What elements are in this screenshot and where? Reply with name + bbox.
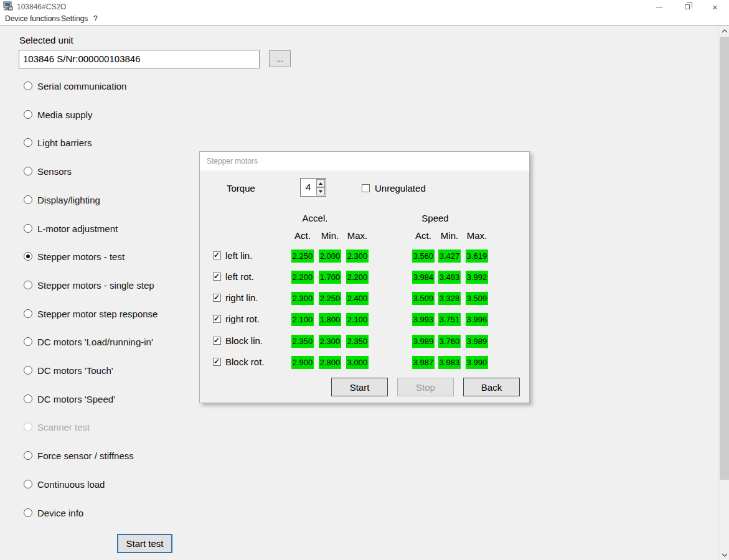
menu-device-functions[interactable]: Device functions [5,14,60,23]
minimize-button[interactable] [645,0,673,14]
test-option-l-motor-adjustment[interactable]: L-motor adjustment [24,220,118,237]
row-checkbox-left-lin[interactable] [213,251,221,259]
radio-icon[interactable] [24,82,32,90]
motor-row-right-lin: right lin.2.3002.2502.4003.5093.3283.509 [200,292,529,305]
chevron-up-icon [722,29,728,33]
test-option-media-supply[interactable]: Media supply [24,106,92,123]
menu-help[interactable]: ? [93,14,98,23]
row-label: Block lin. [225,335,263,346]
test-option-sensors[interactable]: Sensors [24,162,72,180]
value-cell-left-rot-accel-min: 1.700 [319,271,341,284]
spinner-up-button[interactable] [316,179,325,187]
value-cell-block-lin-accel-act: 2.350 [291,335,314,348]
test-option-dc-motors-load-running-in[interactable]: DC motors 'Load/running-in' [24,333,153,350]
test-option-label: DC motors 'Speed' [37,394,115,404]
motor-row-left-rot: left rot.2.2001.7002.2003.9843.4933.992 [200,271,529,284]
start-test-button[interactable]: Start test [117,534,172,553]
value-cell-block-rot-speed-min: 3.983 [438,356,461,369]
accel-group-header: Accel. [303,213,328,223]
row-checkbox-right-rot[interactable] [213,315,221,323]
test-option-device-info[interactable]: Device info [24,504,83,521]
radio-icon[interactable] [24,451,32,460]
radio-icon[interactable] [24,110,32,119]
torque-spinner[interactable]: 4 [300,178,326,197]
test-option-stepper-motor-step-response[interactable]: Stepper motor step response [24,305,158,322]
motor-row-block-lin: Block lin.2.3502.3002.3503.9893.7603.989 [200,335,529,348]
test-option-serial-communication[interactable]: Serial communication [24,77,126,95]
menu-settings[interactable]: Settings [61,14,88,23]
row-label: right rot. [225,314,260,324]
value-cell-left-rot-speed-act: 3.984 [412,271,435,284]
radio-icon[interactable] [24,366,32,375]
subheader-act-accel: Act. [294,230,311,241]
window-title: 103846#CS2O [17,2,66,11]
row-checkbox-left-rot[interactable] [213,273,221,281]
row-checkbox-right-lin[interactable] [213,294,221,302]
value-cell-right-rot-speed-max: 3.996 [466,313,488,326]
radio-icon[interactable] [24,252,32,261]
scroll-up-button[interactable] [719,26,729,36]
value-cell-left-lin-speed-max: 3.619 [466,250,488,263]
dialog-title-bar[interactable]: Stepper motors [200,152,529,170]
unregulated-checkbox[interactable] [362,184,370,192]
radio-icon[interactable] [24,195,32,204]
value-cell-left-rot-speed-max: 3.992 [466,271,488,284]
unit-field[interactable]: 103846 S/Nr:000000103846 [19,50,260,68]
test-option-stepper-motors-single-step[interactable]: Stepper motors - single step [24,276,154,294]
value-cell-right-lin-accel-act: 2.300 [291,292,314,305]
value-cell-block-lin-speed-min: 3.760 [438,335,461,348]
test-option-label: Sensors [37,166,72,177]
test-option-continuous-load[interactable]: Continuous load [24,475,105,493]
radio-icon[interactable] [24,167,32,175]
radio-icon[interactable] [24,281,32,289]
radio-icon[interactable] [24,138,32,147]
spinner-down-button[interactable] [316,187,325,195]
chevron-down-icon [722,553,728,557]
main-content: Selected unit 103846 S/Nr:000000103846 .… [0,26,729,560]
value-cell-left-lin-speed-min: 3.427 [438,250,461,263]
value-cell-right-lin-accel-max: 2.400 [346,292,369,305]
test-option-force-sensor-stiffness[interactable]: Force sensor / stiffness [24,447,134,464]
test-list: Serial communicationMedia supplyLight ba… [24,77,210,525]
radio-icon[interactable] [24,309,32,318]
value-cell-block-lin-accel-max: 2.350 [346,335,369,348]
app-window: 103846#CS2O × Device functions Settings … [0,0,729,560]
value-cell-right-rot-speed-min: 3.751 [438,313,461,326]
radio-icon[interactable] [24,394,32,403]
test-option-label: Media supply [37,110,92,120]
test-option-label: DC motors 'Load/running-in' [37,337,153,347]
test-option-stepper-motors-test[interactable]: Stepper motors - test [24,248,125,265]
triangle-up-icon [319,182,322,185]
scroll-down-button[interactable] [719,549,729,560]
row-checkbox-block-lin[interactable] [213,337,221,345]
radio-icon[interactable] [24,480,32,488]
value-cell-right-rot-accel-act: 2.100 [291,313,314,326]
row-checkbox-block-rot[interactable] [213,358,221,366]
test-option-dc-motors-speed[interactable]: DC motors 'Speed' [24,390,115,408]
subheader-max-accel: Max. [347,230,368,241]
test-option-light-barriers[interactable]: Light barriers [24,134,92,151]
value-cell-right-lin-speed-act: 3.509 [412,292,435,305]
radio-icon[interactable] [24,508,32,517]
dialog-back-button[interactable]: Back [463,378,520,396]
motor-row-left-lin: left lin.2.2502.0002.3003.5603.4273.619 [200,250,529,263]
test-option-dc-motors-touch[interactable]: DC motors 'Touch' [24,362,113,379]
value-cell-block-rot-accel-max: 3.000 [346,356,369,369]
radio-icon[interactable] [24,337,32,346]
browse-button[interactable]: ... [269,50,291,67]
dialog-stop-button[interactable]: Stop [397,378,454,396]
vertical-scrollbar[interactable] [718,26,729,560]
subheader-max-speed: Max. [467,230,487,241]
restore-button[interactable] [673,0,701,14]
dialog-start-button[interactable]: Start [331,378,388,396]
value-cell-block-rot-accel-act: 2.900 [291,356,314,369]
test-option-label: Device info [37,508,83,518]
torque-value[interactable]: 4 [306,182,311,192]
close-button[interactable]: × [701,0,729,14]
test-option-display-lighting[interactable]: Display/lighting [24,191,100,208]
scrollbar-thumb[interactable] [720,37,729,480]
test-option-label: Light barriers [37,138,92,148]
restore-icon [685,4,690,9]
value-cell-block-rot-speed-act: 3.987 [412,356,435,369]
radio-icon[interactable] [24,224,32,233]
